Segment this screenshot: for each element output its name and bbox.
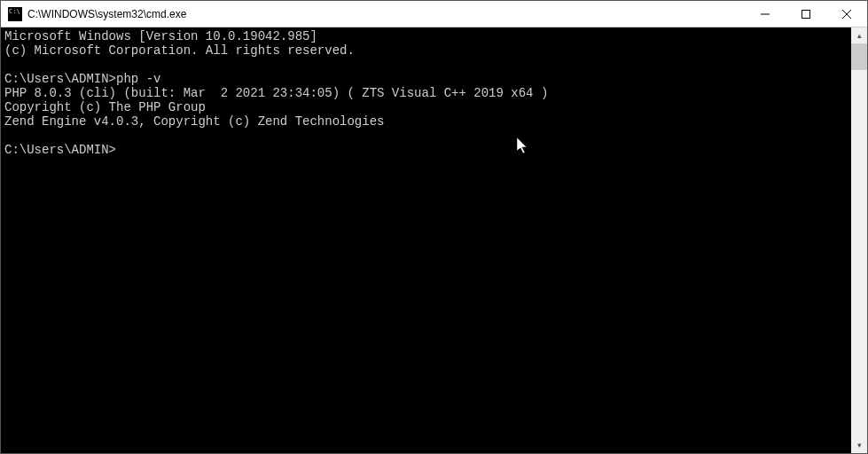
chevron-down-icon: ▾ — [857, 441, 862, 450]
scrollbar-thumb[interactable] — [851, 43, 867, 70]
terminal-content[interactable]: Microsoft Windows [Version 10.0.19042.98… — [1, 27, 851, 453]
chevron-up-icon: ▴ — [857, 31, 862, 40]
titlebar[interactable]: C:\WINDOWS\system32\cmd.exe — [1, 1, 867, 27]
scroll-down-button[interactable]: ▾ — [851, 437, 867, 453]
terminal-line: (c) Microsoft Corporation. All rights re… — [4, 43, 355, 58]
minimize-icon — [761, 10, 770, 19]
scrollbar-track[interactable] — [851, 43, 867, 437]
terminal-line: Copyright (c) The PHP Group — [4, 100, 206, 114]
minimize-button[interactable] — [745, 1, 786, 27]
terminal-line: PHP 8.0.3 (cli) (built: Mar 2 2021 23:34… — [4, 86, 548, 100]
close-button[interactable] — [826, 1, 867, 27]
maximize-icon — [802, 10, 810, 19]
cmd-window: C:\WINDOWS\system32\cmd.exe Microsoft Wi… — [0, 0, 868, 454]
window-controls — [745, 1, 867, 27]
vertical-scrollbar[interactable]: ▴ ▾ — [851, 27, 867, 453]
app-icon — [8, 7, 22, 21]
terminal-line: Microsoft Windows [Version 10.0.19042.98… — [4, 29, 317, 43]
scroll-up-button[interactable]: ▴ — [851, 27, 867, 43]
svg-rect-1 — [802, 10, 810, 18]
terminal-prompt: C:\Users\ADMIN> — [4, 72, 116, 86]
window-title: C:\WINDOWS\system32\cmd.exe — [27, 8, 745, 20]
maximize-button[interactable] — [786, 1, 826, 27]
terminal-command: php -v — [116, 72, 160, 86]
terminal-prompt: C:\Users\ADMIN> — [4, 143, 116, 157]
terminal-area: Microsoft Windows [Version 10.0.19042.98… — [1, 27, 867, 453]
terminal-line: Zend Engine v4.0.3, Copyright (c) Zend T… — [4, 114, 384, 129]
close-icon — [842, 10, 851, 19]
